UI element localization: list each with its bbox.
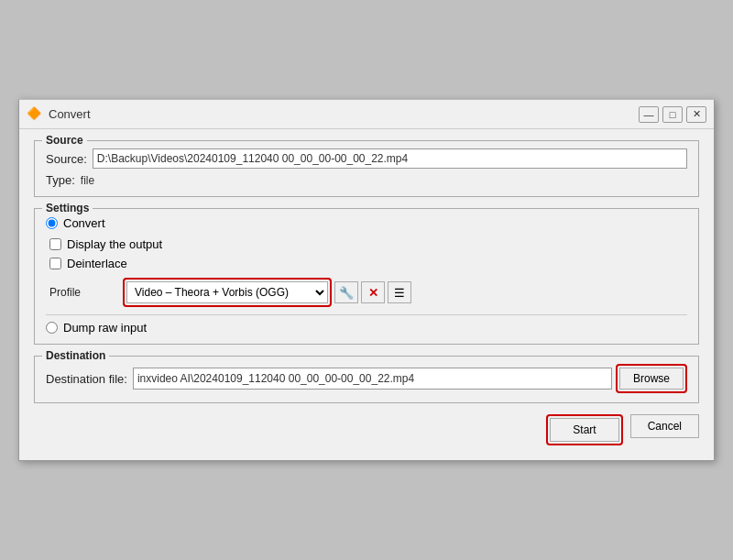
title-bar-buttons: — □ ✕: [639, 106, 706, 123]
profile-label: Profile: [49, 286, 123, 299]
display-output-checkbox[interactable]: [49, 238, 61, 250]
destination-row: Destination file: Browse: [46, 364, 687, 393]
destination-file-input[interactable]: [133, 368, 612, 390]
profile-list-button[interactable]: ☰: [388, 281, 411, 303]
type-label: Type:: [46, 173, 75, 187]
source-group-label: Source: [42, 134, 87, 147]
settings-group-label: Settings: [42, 202, 93, 214]
destination-group: Destination Destination file: Browse: [34, 356, 699, 403]
profile-settings-button[interactable]: 🔧: [334, 281, 358, 303]
profile-delete-button[interactable]: ✕: [361, 281, 385, 303]
type-row: Type: file: [46, 173, 687, 187]
vlc-icon: 🔶: [27, 106, 43, 123]
browse-btn-wrapper: Browse: [616, 364, 687, 393]
dump-raw-label: Dump raw input: [63, 321, 147, 335]
start-button[interactable]: Start: [550, 418, 618, 442]
dump-raw-radio[interactable]: [46, 322, 58, 334]
source-row: Source:: [46, 148, 687, 169]
browse-button[interactable]: Browse: [619, 368, 684, 390]
convert-radio[interactable]: [46, 217, 58, 229]
deinterlace-row: Deinterlace: [49, 257, 687, 270]
display-output-row: Display the output: [49, 237, 687, 251]
settings-divider: [46, 314, 687, 315]
window-content: Source Source: Type: file Settings Conve…: [19, 129, 714, 460]
source-label: Source:: [46, 152, 87, 166]
convert-radio-label: Convert: [63, 216, 105, 230]
convert-radio-row: Convert: [46, 216, 687, 230]
title-bar-left: 🔶 Convert: [27, 106, 91, 123]
destination-group-label: Destination: [42, 349, 109, 362]
minimize-button[interactable]: —: [639, 106, 659, 123]
deinterlace-label: Deinterlace: [67, 257, 127, 270]
deinterlace-checkbox[interactable]: [49, 258, 61, 269]
dest-file-label: Destination file:: [46, 372, 127, 386]
profile-dropdown-wrapper: Video – Theora + Vorbis (OGG) Video – H.…: [123, 278, 332, 307]
type-value: file: [81, 174, 94, 187]
display-output-label: Display the output: [67, 237, 162, 251]
start-btn-wrapper: Start: [546, 414, 622, 445]
profile-select[interactable]: Video – Theora + Vorbis (OGG) Video – H.…: [126, 281, 328, 303]
profile-row: Profile Video – Theora + Vorbis (OGG) Vi…: [49, 278, 687, 307]
maximize-button[interactable]: □: [662, 106, 683, 123]
title-bar: 🔶 Convert — □ ✕: [19, 100, 714, 129]
source-input[interactable]: [93, 148, 687, 169]
convert-window: 🔶 Convert — □ ✕ Source Source: Type: fil…: [18, 99, 715, 461]
cancel-button[interactable]: Cancel: [630, 414, 699, 438]
source-group: Source Source: Type: file: [34, 140, 699, 197]
window-title: Convert: [49, 107, 91, 121]
dump-raw-row: Dump raw input: [46, 321, 687, 335]
settings-group: Settings Convert Display the output Dein…: [34, 208, 699, 345]
close-button[interactable]: ✕: [686, 106, 706, 123]
bottom-buttons: Start Cancel: [34, 414, 699, 449]
